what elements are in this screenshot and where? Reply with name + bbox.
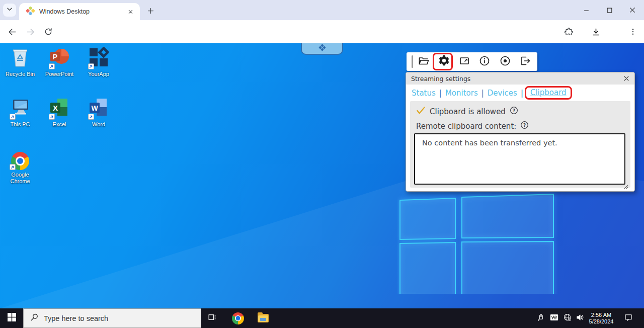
streaming-toolbar: [407, 52, 537, 71]
reload-button[interactable]: [41, 25, 55, 39]
forward-button[interactable]: [23, 25, 37, 39]
clock-time: 2:56 AM: [585, 312, 617, 318]
panel-close-icon[interactable]: [623, 74, 629, 84]
speaker-icon: [576, 313, 585, 324]
toolbar-drag-handle[interactable]: [412, 55, 413, 68]
vw-tray-icon: [550, 314, 558, 323]
task-view-button[interactable]: [203, 308, 220, 328]
desktop-icon-label: Recycle Bin: [1, 71, 40, 77]
search-input[interactable]: [44, 314, 185, 322]
tab-search-button[interactable]: [3, 4, 16, 17]
desktop-icon-label: Excel: [40, 121, 79, 128]
tab-devices[interactable]: Devices: [488, 89, 517, 98]
gear-icon: [438, 54, 450, 69]
record-icon: [499, 55, 511, 69]
desktop-icon-recycle-bin[interactable]: Recycle Bin: [1, 47, 40, 77]
action-center-button[interactable]: [621, 308, 636, 328]
notification-bubble-icon: [624, 313, 633, 324]
help-icon[interactable]: ?: [520, 121, 529, 131]
desktop-icon-powerpoint[interactable]: P PowerPoint: [40, 47, 79, 77]
clock-date: 5/28/2024: [585, 318, 617, 325]
chevron-down-icon: [6, 5, 14, 15]
tab-status[interactable]: Status: [412, 89, 436, 98]
tab-separator: |: [521, 89, 523, 98]
start-button[interactable]: [0, 308, 23, 328]
exit-icon: [519, 55, 531, 69]
maximize-button[interactable]: [598, 0, 621, 20]
shortcut-arrow-icon: [88, 114, 94, 120]
clipboard-content-textarea[interactable]: [414, 133, 625, 185]
tab-separator: |: [439, 89, 442, 98]
desktop-icon-google-chrome[interactable]: Google Chrome: [1, 148, 40, 185]
svg-text:P: P: [53, 53, 57, 61]
desktop-icon-label: YourApp: [79, 71, 118, 77]
settings-button[interactable]: [434, 52, 454, 71]
usb-device-icon: [537, 313, 545, 323]
desktop-icon-label: This PC: [1, 121, 40, 128]
file-transfer-button[interactable]: [414, 52, 434, 71]
taskbar-file-explorer-button[interactable]: [255, 308, 272, 328]
search-icon: [30, 313, 39, 323]
streaming-settings-panel: Streaming settings Status | Monitors | D…: [406, 72, 635, 192]
browser-toolbar: [0, 20, 644, 43]
desktop-icon-label: Word: [79, 121, 118, 128]
remote-desktop-viewport[interactable]: Recycle Bin P PowerPoint: [0, 43, 644, 308]
tab-clipboard[interactable]: Clipboard: [525, 86, 572, 100]
desktop-icon-label: Google Chrome: [6, 172, 34, 185]
clipboard-allowed-label: Clipboard is allowed: [430, 107, 506, 116]
extensions-icon[interactable]: [561, 25, 576, 39]
svg-text:X: X: [53, 104, 58, 112]
new-tab-button[interactable]: [144, 4, 157, 17]
minimize-button[interactable]: [575, 0, 598, 20]
info-icon: [478, 55, 491, 69]
shortcut-arrow-icon: [49, 114, 55, 120]
shortcut-arrow-icon: [10, 114, 16, 120]
file-explorer-icon: [258, 314, 269, 322]
recycle-bin-icon: [12, 47, 29, 69]
tray-app-button[interactable]: [548, 308, 560, 328]
svg-text:W: W: [91, 104, 98, 112]
desktop-icon-this-pc[interactable]: This PC: [1, 98, 40, 128]
info-button[interactable]: [474, 52, 495, 71]
clipboard-tab-content: Clipboard is allowed ? Remote clipboard …: [410, 101, 630, 188]
svg-text:?: ?: [513, 108, 515, 113]
browser-menu-icon[interactable]: [626, 25, 640, 39]
help-icon[interactable]: ?: [510, 106, 518, 117]
tab-close-icon[interactable]: [126, 7, 135, 16]
desktop-icon-excel[interactable]: X Excel: [40, 98, 79, 128]
chrome-icon: [232, 312, 244, 324]
svg-text:?: ?: [523, 123, 526, 128]
screen: Windows Desktop: [0, 0, 644, 328]
taskbar-clock[interactable]: 2:56 AM 5/28/2024: [585, 308, 617, 328]
tab-title: Windows Desktop: [39, 8, 126, 15]
record-button[interactable]: [495, 52, 515, 71]
globe-network-icon: [563, 313, 572, 323]
downloads-icon[interactable]: [589, 25, 603, 39]
desktop-icon-word[interactable]: W Word: [79, 98, 118, 128]
tray-volume-button[interactable]: [574, 308, 586, 328]
taskbar-chrome-button[interactable]: [229, 308, 247, 328]
shortcut-arrow-icon: [49, 63, 55, 69]
panel-title: Streaming settings: [411, 75, 623, 83]
tray-network-button[interactable]: [561, 308, 573, 328]
clipboard-status-row: Clipboard is allowed ?: [416, 106, 518, 117]
back-button[interactable]: [5, 25, 19, 39]
desktop-icon-label: PowerPoint: [40, 71, 79, 77]
close-window-button[interactable]: [621, 0, 644, 20]
window-controls: [575, 0, 644, 20]
browser-tab[interactable]: Windows Desktop: [19, 3, 140, 20]
tray-usb-button[interactable]: [535, 308, 546, 328]
desktop-icon-yourapp[interactable]: YourApp: [79, 47, 118, 77]
remote-clipboard-row: Remote clipboard content: ?: [416, 121, 529, 131]
tab-monitors[interactable]: Monitors: [445, 89, 478, 98]
streaming-toolbar-handle[interactable]: [301, 43, 343, 55]
windows-logo-icon: [8, 313, 16, 323]
panel-header: Streaming settings: [406, 72, 634, 85]
exit-session-button[interactable]: [515, 52, 535, 71]
taskbar-search-box[interactable]: [23, 308, 201, 328]
shortcut-arrow-icon: [10, 164, 16, 170]
windows-taskbar: 2:56 AM 5/28/2024: [0, 308, 644, 328]
shortcut-arrow-icon: [88, 63, 94, 69]
fullscreen-button[interactable]: [454, 52, 474, 71]
site-favicon-icon: [26, 7, 35, 17]
